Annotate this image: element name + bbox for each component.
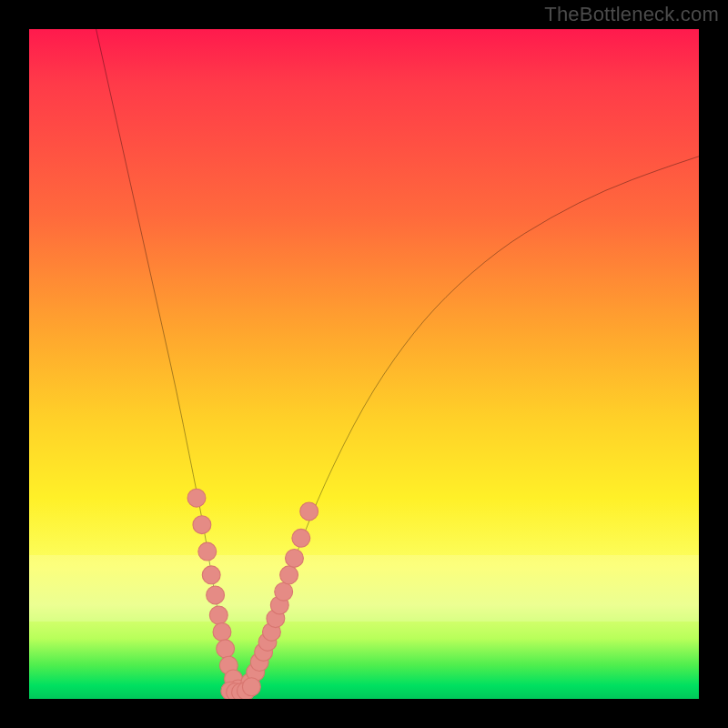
data-marker <box>247 663 265 682</box>
data-marker <box>280 566 298 584</box>
data-marker <box>207 586 225 604</box>
data-marker <box>286 550 304 568</box>
data-marker <box>270 596 288 614</box>
marker-cluster-left <box>187 489 248 698</box>
data-marker <box>242 678 260 696</box>
data-marker <box>292 529 310 547</box>
data-marker <box>300 502 318 521</box>
data-marker <box>255 643 273 662</box>
data-marker <box>198 542 217 561</box>
data-marker <box>213 622 231 641</box>
data-marker <box>217 640 235 658</box>
data-marker <box>202 566 220 584</box>
plot-area <box>29 29 699 699</box>
data-marker <box>227 683 245 699</box>
data-marker <box>221 682 239 699</box>
data-marker <box>275 582 293 601</box>
bottleneck-curve-svg <box>29 29 699 699</box>
data-marker <box>258 633 277 652</box>
bottleneck-curve-path <box>96 29 699 691</box>
data-marker <box>238 682 256 699</box>
watermark-text: TheBottleneck.com <box>544 3 719 26</box>
data-marker <box>267 610 285 628</box>
marker-cluster-bottom <box>221 678 260 699</box>
data-marker <box>262 622 280 641</box>
data-marker <box>229 680 248 698</box>
data-marker <box>187 489 206 507</box>
marker-cluster-right <box>241 502 318 692</box>
chart-stage: TheBottleneck.com <box>0 0 728 728</box>
data-marker <box>219 656 238 674</box>
pale-overlay-band <box>29 555 699 622</box>
data-marker <box>232 683 250 699</box>
data-marker <box>209 606 228 624</box>
data-marker <box>225 670 243 688</box>
data-marker <box>250 653 268 672</box>
data-marker <box>241 673 259 692</box>
data-marker <box>193 516 211 534</box>
